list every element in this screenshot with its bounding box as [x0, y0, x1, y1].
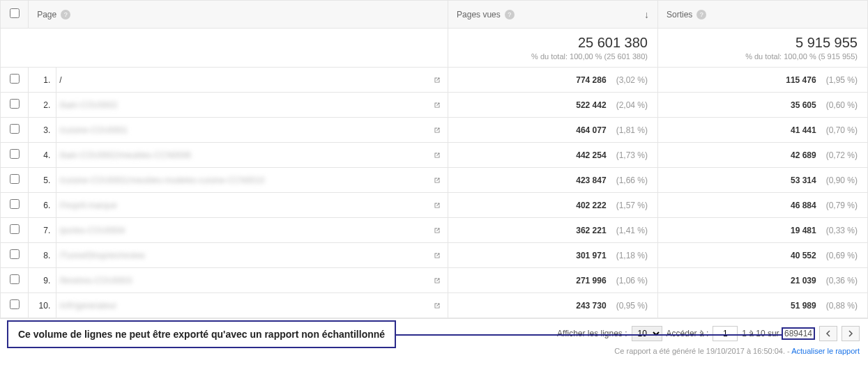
pageviews-value: 301 971 — [576, 251, 606, 260]
external-link-icon[interactable] — [432, 75, 442, 85]
page-path[interactable]: /bain-COU0002/meubles-CCN0006 — [59, 150, 428, 160]
summary-pageviews-sub: % du total: 100,00 % (25 601 380) — [458, 52, 648, 61]
pageviews-value: 362 221 — [576, 226, 606, 235]
exits-value: 40 552 — [791, 251, 816, 260]
exits-value: 35 605 — [791, 100, 816, 110]
goto-page-input[interactable] — [713, 326, 738, 341]
exits-pct: (0,36 %) — [818, 276, 858, 286]
exits-value: 115 476 — [786, 75, 816, 85]
pageviews-pct: (1,41 %) — [609, 226, 648, 235]
pageviews-value: 402 222 — [576, 201, 606, 210]
sort-desc-icon: ↓ — [639, 9, 649, 20]
external-link-icon[interactable] — [432, 301, 442, 311]
exits-pct: (0,79 %) — [818, 201, 858, 210]
exits-pct: (0,60 %) — [818, 100, 858, 110]
header-checkbox-cell — [1, 1, 29, 29]
total-rows-highlight: 689414 — [782, 327, 815, 340]
header-pageviews[interactable]: Pages vues ? ↓ — [448, 1, 658, 29]
show-rows-label: Afficher les lignes : — [557, 329, 627, 338]
external-link-icon[interactable] — [432, 100, 442, 110]
pageviews-value: 522 442 — [576, 100, 606, 110]
row-checkbox[interactable] — [10, 99, 20, 109]
header-page[interactable]: Page ? — [29, 1, 448, 29]
page-path[interactable]: /cuisine-COU0001 — [59, 125, 428, 135]
table-footer: Ce volume de lignes ne peut être exporté… — [0, 318, 868, 359]
header-exits-label: Sorties — [667, 10, 692, 19]
page-range: 1 à 10 sur 689414 — [742, 329, 815, 338]
table-row: 4./bain-COU0002/meubles-CCN0006442 254 (… — [1, 143, 868, 168]
header-page-label: Page — [37, 10, 56, 19]
row-checkbox[interactable] — [10, 249, 20, 259]
rows-per-page-select[interactable]: 10 — [632, 326, 662, 341]
pageviews-value: 271 996 — [576, 276, 606, 286]
summary-pageviews: 25 601 380 — [458, 35, 648, 51]
pageviews-pct: (1,06 %) — [609, 276, 648, 286]
row-checkbox[interactable] — [10, 199, 20, 209]
external-link-icon[interactable] — [432, 276, 442, 286]
external-link-icon[interactable] — [432, 226, 442, 235]
table-row: 10./n/fr/generateur243 730 (0,95 %)51 98… — [1, 293, 868, 318]
row-checkbox[interactable] — [10, 149, 20, 159]
table-row: 2./bain-COU0002522 442 (2,04 %)35 605 (0… — [1, 93, 868, 118]
page-path[interactable]: /cuisine-COU0001/meubles-modeles-cuisine… — [59, 175, 428, 185]
row-checkbox[interactable] — [10, 224, 20, 234]
table-row: 8./TunnelShop/en/review301 971 (1,18 %)4… — [1, 243, 868, 268]
page-path[interactable]: /l'esprit-marque — [59, 201, 428, 210]
annotation-connector — [396, 334, 782, 336]
header-pageviews-label: Pages vues — [457, 10, 501, 19]
next-page-button[interactable] — [842, 326, 860, 341]
select-all-checkbox[interactable] — [10, 8, 20, 18]
exits-pct: (0,69 %) — [818, 251, 858, 260]
pageviews-pct: (3,02 %) — [609, 75, 648, 85]
pageviews-pct: (2,04 %) — [609, 100, 648, 110]
row-number: 1. — [29, 68, 56, 93]
external-link-icon[interactable] — [432, 175, 442, 185]
row-number: 2. — [29, 93, 56, 118]
exits-pct: (0,72 %) — [818, 150, 858, 160]
help-icon[interactable]: ? — [61, 10, 70, 19]
table-row: 5./cuisine-COU0001/meubles-modeles-cuisi… — [1, 168, 868, 193]
row-number: 6. — [29, 193, 56, 218]
row-checkbox[interactable] — [10, 174, 20, 184]
external-link-icon[interactable] — [432, 125, 442, 135]
external-link-icon[interactable] — [432, 150, 442, 160]
table-row: 1./774 286 (3,02 %)115 476 (1,95 %) — [1, 68, 868, 93]
table-row: 3./cuisine-COU0001464 077 (1,81 %)41 441… — [1, 118, 868, 143]
pageviews-value: 464 077 — [576, 125, 606, 135]
row-number: 10. — [29, 293, 56, 318]
pageviews-pct: (1,57 %) — [609, 201, 648, 210]
pageviews-pct: (1,18 %) — [609, 251, 648, 260]
page-path[interactable]: /TunnelShop/en/review — [59, 251, 428, 260]
help-icon[interactable]: ? — [505, 10, 515, 19]
row-number: 3. — [29, 118, 56, 143]
exits-value: 51 989 — [791, 301, 816, 311]
external-link-icon[interactable] — [432, 201, 442, 210]
page-path[interactable]: /n/fr/generateur — [59, 301, 428, 311]
page-path[interactable]: /bain-COU0002 — [59, 100, 428, 110]
table-row: 7./portes-COU0004362 221 (1,41 %)19 481 … — [1, 218, 868, 243]
row-checkbox[interactable] — [10, 299, 20, 309]
external-link-icon[interactable] — [432, 251, 442, 260]
pageviews-value: 423 847 — [576, 175, 606, 185]
page-path[interactable]: / — [59, 75, 428, 85]
goto-label: Accéder à : — [667, 329, 709, 338]
row-number: 5. — [29, 168, 56, 193]
page-path[interactable]: /fenetres-COU0003 — [59, 276, 428, 286]
prev-page-button[interactable] — [819, 326, 837, 341]
header-row: Page ? Pages vues ? ↓ Sorties ? — [1, 1, 868, 29]
pageviews-pct: (0,95 %) — [609, 301, 648, 311]
table-row: 9./fenetres-COU0003271 996 (1,06 %)21 03… — [1, 268, 868, 293]
summary-exits: 5 915 955 — [668, 35, 858, 51]
exits-value: 21 039 — [791, 276, 816, 286]
row-checkbox[interactable] — [10, 124, 20, 134]
header-exits[interactable]: Sorties ? — [658, 1, 868, 29]
summary-exits-sub: % du total: 100,00 % (5 915 955) — [668, 52, 858, 61]
page-path[interactable]: /portes-COU0004 — [59, 226, 428, 235]
refresh-report-link[interactable]: Actualiser le rapport — [791, 347, 860, 355]
pageviews-pct: (1,66 %) — [609, 175, 648, 185]
row-number: 4. — [29, 143, 56, 168]
report-table: Page ? Pages vues ? ↓ Sorties ? — [0, 0, 868, 318]
row-checkbox[interactable] — [10, 74, 20, 84]
help-icon[interactable]: ? — [696, 10, 706, 19]
row-checkbox[interactable] — [10, 274, 20, 284]
